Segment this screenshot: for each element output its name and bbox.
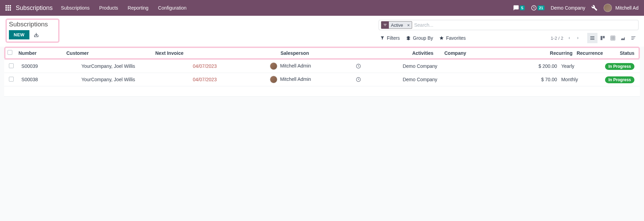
user-name: Mitchell Ad (615, 5, 639, 11)
col-activities[interactable]: Activities (404, 47, 442, 60)
top-navbar: Subscriptions Subscriptions Products Rep… (0, 0, 644, 16)
row-checkbox[interactable] (9, 63, 14, 68)
filter-chip-active: Active × (381, 21, 412, 29)
col-number[interactable]: Number (16, 47, 64, 60)
cell-company: Demo Company (400, 73, 520, 86)
messages-icon[interactable]: 5 (513, 5, 525, 11)
col-salesperson[interactable]: Salesperson (278, 47, 404, 60)
menu-reporting[interactable]: Reporting (128, 5, 148, 11)
main-menu: Subscriptions Products Reporting Configu… (61, 5, 186, 11)
groupby-button[interactable]: Group By (406, 35, 433, 41)
svg-rect-1 (8, 5, 9, 7)
cell-recurring: $ 200.00 (520, 60, 558, 73)
cell-number: S00038 (19, 73, 79, 86)
table-row[interactable]: S00038 YourCompany, Joel Willis 04/07/20… (4, 73, 640, 86)
debug-icon[interactable] (591, 5, 597, 11)
funnel-icon (381, 21, 389, 29)
cell-activity[interactable] (353, 60, 400, 73)
svg-rect-8 (10, 9, 11, 11)
cell-company: Demo Company (400, 60, 520, 73)
cp-left-highlight: Subscriptions NEW (5, 19, 60, 43)
menu-configuration[interactable]: Configuration (158, 5, 186, 11)
filter-chip-remove[interactable]: × (405, 23, 412, 28)
avatar-icon (270, 62, 277, 70)
svg-rect-4 (8, 7, 9, 9)
pager-prev[interactable] (566, 36, 572, 40)
clock-icon (356, 63, 397, 69)
status-badge: In Progress (605, 76, 634, 83)
filters-button[interactable]: Filters (380, 35, 400, 41)
menu-subscriptions[interactable]: Subscriptions (61, 5, 90, 11)
pager-text: 1-2 / 2 (551, 36, 563, 41)
cell-recurrence: Yearly (558, 60, 593, 73)
messages-badge: 5 (520, 5, 525, 10)
cell-activity[interactable] (353, 73, 400, 86)
svg-rect-6 (5, 9, 7, 11)
favorites-button[interactable]: Favorites (439, 35, 466, 41)
cell-salesperson: Mitchell Admin (267, 60, 353, 73)
select-all-checkbox[interactable] (8, 50, 12, 55)
control-panel: Subscriptions NEW Active × (0, 16, 644, 47)
view-kanban-icon[interactable] (597, 33, 608, 43)
activities-icon[interactable]: 21 (531, 5, 544, 11)
search-input[interactable] (414, 22, 636, 28)
svg-rect-5 (10, 7, 11, 9)
new-button[interactable]: NEW (9, 30, 29, 39)
cell-next-invoice: 04/07/2023 (190, 73, 267, 86)
cell-customer: YourCompany, Joel Willis (79, 73, 190, 86)
view-graph-icon[interactable] (618, 33, 628, 43)
cell-recurring: $ 70.00 (520, 73, 558, 86)
col-customer[interactable]: Customer (64, 47, 153, 60)
clock-icon (356, 77, 397, 82)
view-cohort-icon[interactable] (628, 33, 639, 43)
col-next-invoice[interactable]: Next Invoice (153, 47, 278, 60)
pager: 1-2 / 2 (551, 36, 581, 41)
cell-status: In Progress (593, 60, 640, 73)
svg-rect-2 (10, 5, 11, 7)
col-recurring[interactable]: Recurring (543, 47, 574, 60)
svg-rect-0 (5, 5, 7, 7)
activities-badge: 21 (538, 5, 544, 10)
download-icon[interactable] (34, 32, 39, 38)
app-brand: Subscriptions (16, 4, 53, 12)
col-status[interactable]: Status (606, 47, 640, 60)
menu-products[interactable]: Products (99, 5, 118, 11)
view-switcher (587, 33, 639, 43)
groupby-label: Group By (413, 35, 433, 41)
favorites-label: Favorites (446, 35, 466, 41)
cell-number: S00039 (19, 60, 79, 73)
table-row[interactable]: S00039 YourCompany, Joel Willis 04/07/20… (4, 60, 640, 73)
apps-icon[interactable] (5, 5, 12, 11)
svg-rect-10 (611, 36, 615, 40)
filter-chip-label: Active (389, 23, 405, 28)
col-recurrence[interactable]: Recurrence (574, 47, 606, 60)
status-badge: In Progress (605, 63, 634, 70)
svg-rect-3 (5, 7, 7, 9)
pager-next[interactable] (575, 36, 581, 40)
search-box[interactable]: Active × (379, 20, 639, 30)
svg-rect-7 (8, 9, 9, 11)
user-avatar (604, 4, 612, 12)
cell-salesperson: Mitchell Admin (267, 73, 353, 86)
view-list-icon[interactable] (587, 33, 597, 43)
breadcrumb-title: Subscriptions (9, 21, 48, 28)
cell-recurrence: Monthly (558, 73, 593, 86)
cell-next-invoice: 04/07/2023 (190, 60, 267, 73)
row-checkbox[interactable] (9, 77, 14, 82)
col-company[interactable]: Company (442, 47, 543, 60)
filters-label: Filters (387, 35, 400, 41)
cell-status: In Progress (593, 73, 640, 86)
user-menu[interactable]: Mitchell Ad (604, 4, 639, 12)
company-switcher[interactable]: Demo Company (551, 5, 585, 11)
view-pivot-icon[interactable] (608, 33, 618, 43)
avatar-icon (270, 76, 277, 83)
cell-customer: YourCompany, Joel Willis (79, 60, 190, 73)
table-footer-spacer (4, 86, 640, 97)
subscription-table: Number Customer Next Invoice Salesperson… (4, 47, 640, 97)
